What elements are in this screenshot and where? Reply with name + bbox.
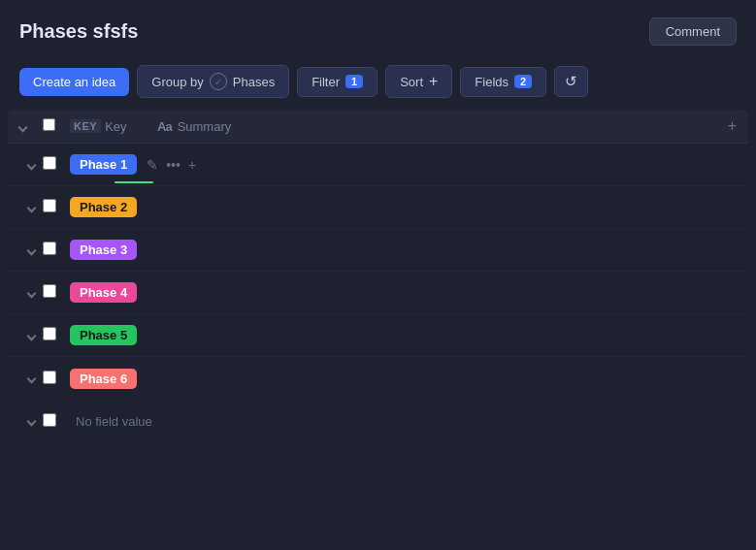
phase-badge: Phase 5 xyxy=(70,325,137,345)
phase-actions: ✎ ••• + xyxy=(147,157,196,173)
expand-all-icon[interactable] xyxy=(18,123,28,133)
green-underline xyxy=(115,181,153,183)
phase-expand-icon[interactable] xyxy=(19,286,43,300)
phase-badge: Phase 3 xyxy=(70,240,137,260)
chevron-down-icon xyxy=(26,288,36,298)
phase-expand-icon[interactable] xyxy=(19,329,43,342)
phase-badge: Phase 1 xyxy=(70,154,137,175)
phase-checkbox[interactable] xyxy=(43,284,56,298)
page-title: Phases sfsfs xyxy=(19,20,138,43)
phase-checkbox-col xyxy=(43,284,70,301)
fields-button[interactable]: Fields 2 xyxy=(460,67,546,97)
filter-button[interactable]: Filter 1 xyxy=(297,67,378,97)
phase-expand-icon[interactable] xyxy=(19,243,43,257)
phase-expand-icon[interactable] xyxy=(19,201,43,214)
group-by-label: Group by xyxy=(151,75,203,89)
chevron-down-icon xyxy=(26,374,36,384)
phase-checkbox[interactable] xyxy=(43,199,56,212)
key-icon: KEY xyxy=(70,119,101,133)
no-field-checkbox[interactable] xyxy=(43,413,56,427)
phase-expand-icon[interactable] xyxy=(19,158,43,172)
create-idea-button[interactable]: Create an idea xyxy=(19,68,129,96)
no-field-checkbox-col xyxy=(43,413,70,430)
summary-column-header: Aa Summary xyxy=(157,119,707,134)
app-header: Phases sfsfs Comment xyxy=(0,0,756,57)
phase-badge: Phase 2 xyxy=(70,197,137,217)
create-idea-label: Create an idea xyxy=(33,75,115,89)
summary-label: Summary xyxy=(178,119,232,134)
auto-layout-button[interactable]: ↺ xyxy=(554,66,588,97)
phase-rows: Phase 1 ✎ ••• + Phase 2 xyxy=(8,144,748,400)
filter-count-badge: 1 xyxy=(345,75,363,88)
group-by-value: Phases xyxy=(233,75,275,89)
check-col xyxy=(43,118,70,134)
phase-badge: Phase 6 xyxy=(70,369,137,389)
phase-checkbox[interactable] xyxy=(43,156,56,170)
phase-row: Phase 5 xyxy=(8,314,748,357)
chevron-down-icon xyxy=(26,331,36,340)
phase-row: Phase 4 xyxy=(8,272,748,314)
phase-checkbox[interactable] xyxy=(43,327,56,340)
filter-label: Filter xyxy=(312,75,340,89)
fields-count-badge: 2 xyxy=(514,75,532,88)
sort-button[interactable]: Sort + xyxy=(385,65,452,98)
phase-row: Phase 3 xyxy=(8,229,748,272)
phase-checkbox-col xyxy=(43,371,70,387)
chevron-down-icon xyxy=(26,203,36,212)
comment-button[interactable]: Comment xyxy=(649,17,737,46)
phase-checkbox-col xyxy=(43,327,70,343)
sort-label: Sort xyxy=(400,75,423,89)
add-item-icon[interactable]: + xyxy=(188,157,196,173)
no-field-row: No field value xyxy=(8,400,748,442)
table-header-row: KEY Key Aa Summary + xyxy=(8,110,748,144)
phase-checkbox-col xyxy=(43,156,70,173)
key-label: Key xyxy=(105,119,126,134)
fields-label: Fields xyxy=(475,75,509,89)
phase-checkbox[interactable] xyxy=(43,371,56,384)
no-field-label: No field value xyxy=(76,414,152,429)
main-table: KEY Key Aa Summary + Phase 1 ✎ ••• + xyxy=(0,110,756,442)
key-column-header: KEY Key xyxy=(70,119,157,134)
phase-row: Phase 6 xyxy=(8,357,748,400)
phase-row: Phase 2 xyxy=(8,186,748,229)
phase-row: Phase 1 ✎ ••• + xyxy=(8,144,748,186)
select-all-checkbox[interactable] xyxy=(43,118,55,131)
summary-aa-icon: Aa xyxy=(157,119,172,134)
phase-checkbox-col xyxy=(43,242,70,258)
phase-checkbox-col xyxy=(43,199,70,215)
phase-badge: Phase 4 xyxy=(70,282,137,303)
more-options-icon[interactable]: ••• xyxy=(166,157,181,173)
add-column-icon[interactable]: + xyxy=(728,117,737,134)
no-field-expand-icon[interactable] xyxy=(19,414,43,428)
auto-layout-icon: ↺ xyxy=(565,73,577,90)
edit-icon[interactable]: ✎ xyxy=(147,157,158,173)
chevron-down-icon xyxy=(26,160,36,170)
chevron-down-icon xyxy=(26,245,36,255)
group-by-button[interactable]: Group by ✓ Phases xyxy=(137,65,289,98)
phase-expand-icon[interactable] xyxy=(19,372,43,385)
circle-chevron-icon: ✓ xyxy=(210,73,227,90)
sort-plus-icon: + xyxy=(429,73,438,90)
phase-checkbox[interactable] xyxy=(43,242,56,255)
toolbar: Create an idea Group by ✓ Phases Filter … xyxy=(0,57,756,110)
expand-col xyxy=(19,118,43,134)
add-col: + xyxy=(707,117,737,135)
